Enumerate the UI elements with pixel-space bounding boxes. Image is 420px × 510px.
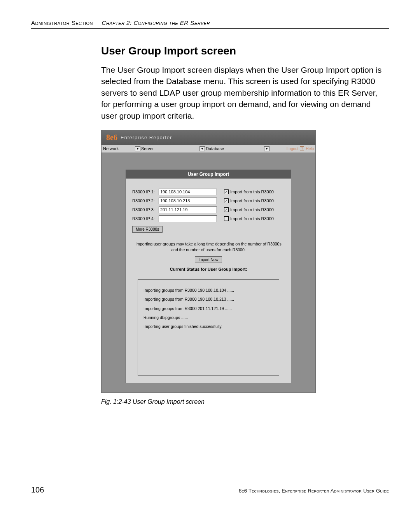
status-log: Importing groups from R3000 190.108.10.1… [138,279,279,376]
menu-database[interactable]: Database [206,146,224,151]
import-checkbox-label: Import from this R3000 [230,198,274,203]
menu-network[interactable]: Network [103,146,119,151]
ip-input-3[interactable] [159,207,217,213]
help-badge-icon[interactable]: ? [300,146,304,151]
status-line: Running dbipgroups ...... [144,313,273,322]
status-line: Importing groups from R3000 190.108.10.2… [144,295,273,304]
user-group-import-panel: User Group Import R3000 IP 1:✓Import fro… [126,170,291,383]
help-link[interactable]: Help [306,147,314,151]
status-line: Importing groups from R3000 190.108.10.1… [144,286,273,295]
ip-input-1[interactable] [159,189,217,195]
import-checkbox-1[interactable]: ✓ [224,189,229,194]
status-line: Importing groups from R3000 201.11.121.1… [144,304,273,313]
figure-caption: Fig. 1:2-43 User Group Import screen [101,398,389,405]
ip-label: R3000 IP 1: [132,189,156,194]
status-line: Importing user groups finished successfu… [144,322,273,331]
app-header: 8e6 Enterprise Reporter [102,130,315,145]
import-note: Importing user groups may take a long ti… [132,241,285,252]
ip-label: R3000 IP 3: [132,207,156,212]
ip-label: R3000 IP 2: [132,198,156,203]
more-r3000s-button[interactable]: More R3000s [132,226,163,233]
r3000-ip-row: R3000 IP 1:✓Import from this R3000 [132,189,285,195]
dropdown-icon[interactable]: ▼ [135,146,140,151]
page-number: 106 [31,485,44,494]
menu-server[interactable]: Server [141,146,154,151]
ip-input-2[interactable] [159,198,217,204]
r3000-ip-row: R3000 IP 4:Import from this R3000 [132,216,285,222]
intro-paragraph: The User Group Import screen displays wh… [101,64,389,121]
header-chapter: Chapter 2: Configuring the ER Server [102,19,210,26]
header-section: Administrator Section [31,19,93,26]
menu-bar: Network ▼ Server ▼ Database ▼ Logout ? H… [102,145,315,152]
ip-input-4[interactable] [159,216,217,222]
logout-link[interactable]: Logout [287,147,299,151]
dropdown-icon[interactable]: ▼ [264,146,270,151]
status-title: Current Status for User Group Import: [132,267,285,272]
import-checkbox-3[interactable]: ✓ [224,207,229,212]
logo-text-prefix: 8e6 [106,133,117,142]
footer-text: 8e6 Technologies, Enterprise Reporter Ad… [239,488,389,494]
import-now-button[interactable]: Import Now [195,256,222,263]
page-header: Administrator Section Chapter 2: Configu… [31,19,389,29]
logo-text: Enterprise Reporter [121,135,172,140]
app-screenshot: 8e6 Enterprise Reporter Network ▼ Server… [101,130,316,393]
r3000-ip-row: R3000 IP 2:✓Import from this R3000 [132,198,285,204]
r3000-ip-row: R3000 IP 3:✓Import from this R3000 [132,207,285,213]
import-checkbox-label: Import from this R3000 [230,207,274,212]
ip-label: R3000 IP 4: [132,216,156,221]
import-checkbox-label: Import from this R3000 [230,189,274,194]
page-footer: 106 8e6 Technologies, Enterprise Reporte… [31,485,389,494]
panel-title: User Group Import [126,170,291,179]
import-checkbox-4[interactable] [224,216,229,221]
import-checkbox-label: Import from this R3000 [230,216,274,221]
section-title: User Group Import screen [101,45,389,57]
dropdown-icon[interactable]: ▼ [200,146,205,151]
import-checkbox-2[interactable]: ✓ [224,198,229,203]
